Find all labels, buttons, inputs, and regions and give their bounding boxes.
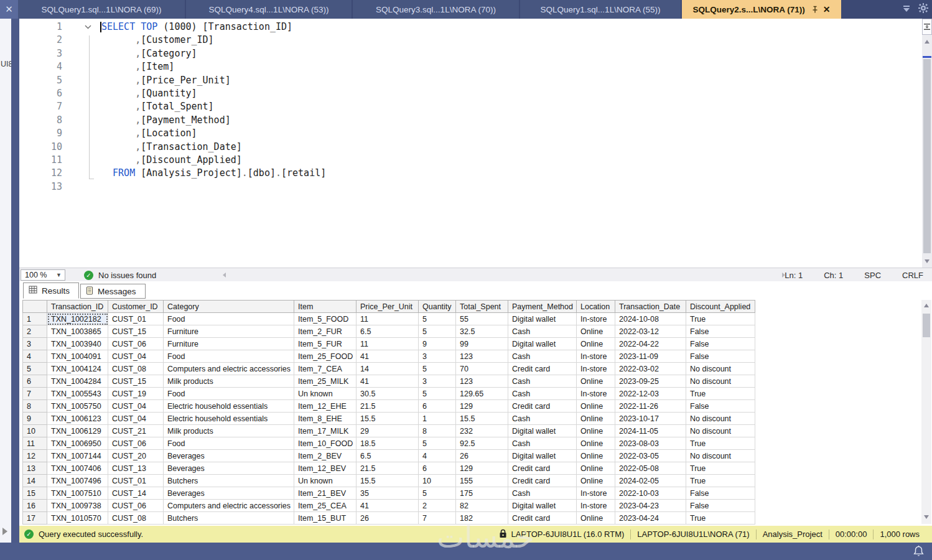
grid-cell[interactable]: 9 — [419, 338, 456, 350]
active-files-dropdown-icon[interactable] — [902, 4, 911, 15]
grid-cell[interactable]: CUST_15 — [108, 325, 164, 338]
grid-cell[interactable]: Digital wallet — [508, 425, 577, 437]
grid-cell[interactable]: 21.5 — [356, 400, 419, 413]
grid-cell[interactable]: 2024-02-05 — [615, 475, 686, 487]
grid-cell[interactable]: 5 — [419, 325, 456, 338]
column-header-transaction_id[interactable]: Transaction_ID — [47, 301, 108, 313]
grid-cell[interactable]: Online — [577, 437, 615, 450]
grid-cell[interactable]: Item_15_BUT — [294, 512, 356, 525]
grid-cell[interactable]: 2023-10-17 — [615, 413, 686, 425]
grid-cell[interactable]: True — [686, 388, 755, 400]
row-header[interactable]: 2 — [23, 325, 47, 338]
grid-cell[interactable]: Cash — [508, 350, 577, 363]
column-header-total_spent[interactable]: Total_Spent — [456, 301, 508, 313]
grid-cell[interactable]: No discount — [686, 450, 755, 462]
grid-cell[interactable]: True — [686, 437, 755, 450]
grid-cell[interactable]: No discount — [686, 413, 755, 425]
grid-cell[interactable]: 10 — [419, 475, 456, 487]
grid-cell[interactable]: Food — [164, 313, 294, 325]
grid-cell[interactable]: 15.5 — [356, 413, 419, 425]
grid-cell[interactable]: Cash — [508, 437, 577, 450]
grid-cell[interactable]: Un known — [294, 475, 356, 487]
grid-cell[interactable]: 2023-08-03 — [615, 437, 686, 450]
grid-cell[interactable]: 2022-04-22 — [615, 338, 686, 350]
grid-cell[interactable]: Cash — [508, 413, 577, 425]
row-header[interactable]: 12 — [23, 450, 47, 462]
grid-cell[interactable]: 14 — [356, 363, 419, 375]
grid-cell[interactable]: TXN_1004124 — [47, 363, 108, 375]
grid-cell[interactable]: CUST_04 — [108, 350, 164, 363]
grid-cell[interactable]: 30.5 — [356, 388, 419, 400]
row-header[interactable]: 3 — [23, 338, 47, 350]
row-header[interactable]: 6 — [23, 375, 47, 388]
grid-vertical-scrollbar[interactable] — [921, 300, 931, 524]
grid-cell[interactable]: 8 — [419, 425, 456, 437]
grid-cell[interactable]: In-store — [577, 487, 615, 500]
grid-cell[interactable]: Furniture — [164, 325, 294, 338]
grid-cell[interactable]: Item_7_CEA — [294, 363, 356, 375]
column-header-price_per_unit[interactable]: Price_Per_Unit — [356, 301, 419, 313]
grid-cell[interactable]: 7 — [419, 512, 456, 525]
grid-cell[interactable]: CUST_08 — [108, 512, 164, 525]
grid-cell[interactable]: CUST_08 — [108, 363, 164, 375]
database-name[interactable]: Analysis_Project — [763, 530, 822, 539]
editor-tab[interactable]: SQLQuery1.sql...1L\NORA (69)) — [18, 0, 185, 19]
column-header-payment_method[interactable]: Payment_Method — [508, 301, 577, 313]
grid-cell[interactable]: True — [686, 313, 755, 325]
grid-cell[interactable]: Item_12_BEV — [294, 462, 356, 475]
grid-cell[interactable]: Milk products — [164, 425, 294, 437]
grid-cell[interactable]: False — [686, 500, 755, 512]
grid-cell[interactable]: Credit card — [508, 400, 577, 413]
grid-cell[interactable]: Credit card — [508, 462, 577, 475]
grid-cell[interactable]: 175 — [456, 487, 508, 500]
grid-cell[interactable]: No discount — [686, 375, 755, 388]
row-header[interactable]: 17 — [23, 512, 47, 525]
grid-cell[interactable]: TXN_1004091 — [47, 350, 108, 363]
grid-cell[interactable]: Online — [577, 512, 615, 525]
row-header[interactable]: 7 — [23, 388, 47, 400]
grid-cell[interactable]: 26 — [356, 512, 419, 525]
grid-cell[interactable]: 11 — [356, 338, 419, 350]
scroll-up-arrow-icon[interactable] — [924, 304, 929, 307]
editor-tab[interactable]: SQLQuery1.sql...1L\NORA (55)) — [520, 0, 681, 19]
grid-cell[interactable]: TXN_1002182 — [47, 313, 108, 325]
grid-cell[interactable]: In-store — [577, 388, 615, 400]
grid-cell[interactable]: 155 — [456, 475, 508, 487]
grid-cell[interactable]: 1 — [419, 413, 456, 425]
health-check-icon[interactable]: ✓ — [84, 271, 93, 280]
grid-cell[interactable]: Online — [577, 425, 615, 437]
grid-cell[interactable]: CUST_06 — [108, 437, 164, 450]
grid-cell[interactable]: 5 — [419, 313, 456, 325]
grid-cell[interactable]: Online — [577, 413, 615, 425]
column-header-quantity[interactable]: Quantity — [419, 301, 456, 313]
grid-cell[interactable]: No discount — [686, 425, 755, 437]
grid-cell[interactable]: TXN_1009738 — [47, 500, 108, 512]
grid-cell[interactable]: Furniture — [164, 338, 294, 350]
grid-cell[interactable]: Item_12_EHE — [294, 400, 356, 413]
grid-cell[interactable]: CUST_13 — [108, 462, 164, 475]
grid-cell[interactable]: CUST_06 — [108, 500, 164, 512]
grid-cell[interactable]: Item_8_EHE — [294, 413, 356, 425]
grid-cell[interactable]: False — [686, 338, 755, 350]
grid-cell[interactable]: 55 — [456, 313, 508, 325]
grid-cell[interactable]: CUST_14 — [108, 487, 164, 500]
grid-cell[interactable]: 5 — [419, 437, 456, 450]
code-line[interactable]: 7 ,[Total_Spent] — [19, 100, 922, 113]
grid-cell[interactable]: False — [686, 487, 755, 500]
code-line[interactable]: 6 ,[Quantity] — [19, 87, 922, 100]
grid-cell[interactable]: Online — [577, 375, 615, 388]
grid-cell[interactable]: Electric household essentials — [164, 413, 294, 425]
grid-cell[interactable]: Online — [577, 450, 615, 462]
scroll-down-arrow-icon[interactable] — [924, 515, 929, 519]
grid-cell[interactable]: Credit card — [508, 512, 577, 525]
grid-cell[interactable]: Beverages — [164, 450, 294, 462]
grid-cell[interactable]: 2022-12-03 — [615, 388, 686, 400]
column-header-transaction_date[interactable]: Transaction_Date — [615, 301, 686, 313]
grid-cell[interactable]: CUST_15 — [108, 375, 164, 388]
spaces-mode-indicator[interactable]: SPC — [864, 271, 881, 280]
grid-cell[interactable]: 123 — [456, 375, 508, 388]
grid-cell[interactable]: True — [686, 512, 755, 525]
grid-cell[interactable]: Food — [164, 350, 294, 363]
grid-cell[interactable]: 3 — [419, 350, 456, 363]
grid-cell[interactable]: In-store — [577, 313, 615, 325]
